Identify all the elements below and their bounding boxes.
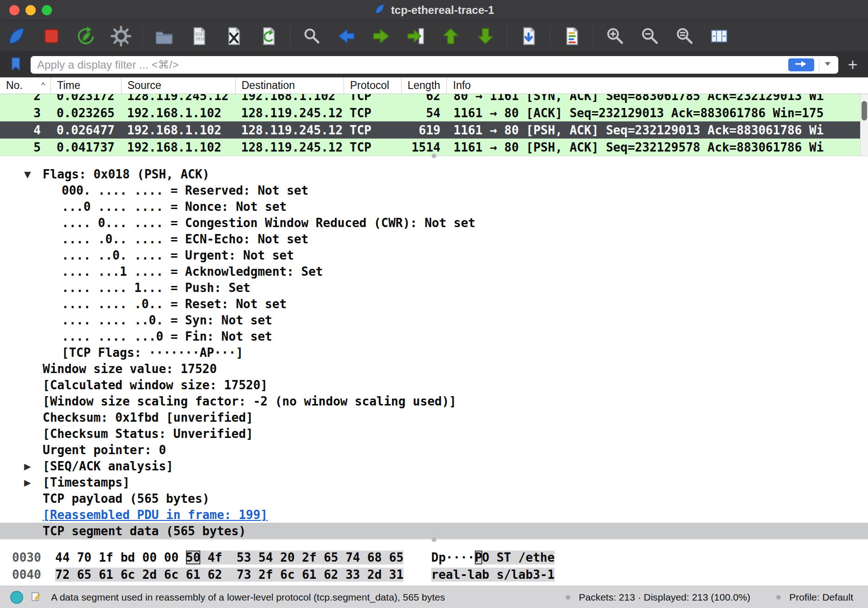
packet-list-scrollbar[interactable] [860,94,868,156]
detail-line[interactable]: .... .0.. .... = ECN-Echo: Not set [0,231,868,247]
go-forward-button[interactable] [366,23,396,50]
column-label: Source [128,79,161,92]
toolbar-separator [507,26,507,46]
cell-time: 0.026477 [51,123,121,137]
zoom-original-button[interactable] [670,23,699,50]
detail-line[interactable]: .... .... ..0. = Syn: Not set [0,312,868,328]
cell-length: 54 [402,106,447,120]
filter-placeholder: Apply a display filter ... <⌘/> [37,58,788,71]
packet-details-pane: ▼Flags: 0x018 (PSH, ACK)000. .... .... =… [0,164,868,539]
flags-tree-item[interactable]: ▼Flags: 0x018 (PSH, ACK) [0,166,868,182]
detail-text: .... .0.. .... = ECN-Echo: Not set [62,232,308,246]
column-header-source[interactable]: Source [121,77,236,94]
filter-bar: Apply a display filter ... <⌘/> + [0,52,868,77]
detail-line[interactable]: ...0 .... .... = Nonce: Not set [0,198,868,215]
find-packet-button[interactable] [297,23,326,50]
detail-line[interactable]: 000. .... .... = Reserved: Not set [0,182,868,198]
go-to-top-icon [440,25,461,47]
open-file-button[interactable] [149,23,179,50]
reload-file-button[interactable] [254,23,283,50]
svg-text:0101: 0101 [195,32,205,37]
start-capture-button[interactable] [2,23,32,50]
packet-row-2[interactable]: 20.023172128.119.245.12192.168.1.102TCP6… [0,94,868,104]
maximize-window-button[interactable] [42,5,52,15]
colorize-packets-button[interactable] [557,23,587,50]
detail-line[interactable]: Checksum: 0x1fbd [unverified] [0,409,868,425]
cell-time: 0.041737 [51,140,121,154]
column-header-no[interactable]: No.^ [0,77,51,94]
detail-line[interactable]: Urgent pointer: 0 [0,442,868,458]
byte-anchor: 50 [186,551,200,564]
expander-closed-icon[interactable]: ▶ [24,477,43,488]
detail-line[interactable]: .... .... .0.. = Reset: Not set [0,296,868,312]
column-header-info[interactable]: Info [447,77,868,94]
profile-text[interactable]: Profile: Default [789,592,853,603]
detail-line[interactable]: [Checksum Status: Unverified] [0,425,868,442]
zoom-out-button[interactable] [635,23,664,50]
close-file-button[interactable] [219,23,249,50]
auto-scroll-button[interactable] [514,23,543,50]
resize-columns-button[interactable] [704,23,734,50]
go-to-packet-button[interactable] [401,23,431,50]
expander-closed-icon[interactable]: ▶ [24,461,43,471]
hex-offset: 0040 [12,568,45,582]
scrollbar-thumb[interactable] [862,101,867,120]
open-file-icon [153,25,175,47]
packet-bytes-pane[interactable]: 003044 70 1f bd 00 00 50 4f 53 54 20 2f … [0,546,868,586]
column-header-length[interactable]: Length [402,77,447,94]
reassembled-pdu-link[interactable]: [Reassembled PDU in frame: 199] [0,507,868,523]
hex-ascii: Dp····PO ST /ethe [431,551,555,564]
cell-length: 62 [402,94,447,103]
detail-text: [SEQ/ACK analysis] [43,459,173,473]
detail-line[interactable]: .... ...1 .... = Acknowledgment: Set [0,263,868,279]
detail-line[interactable]: .... ..0. .... = Urgent: Not set [0,247,868,263]
go-to-bottom-button[interactable] [471,23,500,50]
column-header-time[interactable]: Time [51,77,121,94]
detail-line[interactable]: [TCP Flags: ·······AP···] [0,344,868,361]
filter-history-dropdown[interactable] [819,58,836,72]
close-window-button[interactable] [9,5,19,15]
wireshark-window: tcp-ethereal-trace-1 01011010 Apply a di… [0,0,868,608]
go-to-top-button[interactable] [436,23,466,50]
expander-open-icon[interactable]: ▼ [24,169,43,179]
filter-bookmark-button[interactable] [6,56,25,74]
detail-line[interactable]: Window size value: 17520 [0,361,868,377]
capture-comment-button[interactable] [31,591,42,603]
pane-splitter-bottom[interactable] [0,539,868,546]
timestamps-tree-item[interactable]: ▶[Timestamps] [0,474,868,490]
column-header-destination[interactable]: Destination [236,77,344,94]
filter-add-button[interactable]: + [844,56,862,74]
go-forward-icon [370,25,392,47]
packet-row-5[interactable]: 50.041737192.168.1.102128.119.245.12TCP1… [0,139,868,156]
toolbar-separator [290,26,290,46]
detail-line[interactable]: TCP payload (565 bytes) [0,490,868,507]
detail-line[interactable]: .... 0... .... = Congestion Window Reduc… [0,215,868,231]
seq-ack-analysis-tree-item[interactable]: ▶[SEQ/ACK analysis] [0,458,868,474]
cell-time: 0.023172 [51,94,121,103]
go-back-button[interactable] [332,23,361,50]
display-filter-input[interactable]: Apply a display filter ... <⌘/> [31,56,838,74]
pane-splitter-top[interactable] [0,156,868,164]
cell-no: 5 [0,140,51,154]
detail-text: Urgent pointer: 0 [43,443,166,457]
stop-capture-button[interactable] [37,23,66,50]
capture-options-button[interactable] [106,23,136,50]
detail-line[interactable]: .... .... 1... = Push: Set [0,279,868,296]
packet-row-3[interactable]: 30.023265192.168.1.102128.119.245.12TCP5… [0,104,868,121]
zoom-in-button[interactable] [600,23,630,50]
filter-apply-button[interactable] [788,58,814,71]
detail-line[interactable]: .... .... ...0 = Fin: Not set [0,328,868,344]
column-header-protocol[interactable]: Protocol [344,77,402,94]
save-file-button[interactable]: 01011010 [184,23,214,50]
detail-line[interactable]: [Calculated window size: 17520] [0,377,868,393]
minimize-window-button[interactable] [26,5,36,15]
packet-row-4[interactable]: 40.026477192.168.1.102128.119.245.12TCP6… [0,121,868,139]
detail-line[interactable]: [Window size scaling factor: -2 (no wind… [0,393,868,409]
detail-text: [Timestamps] [43,475,130,489]
detail-text: [TCP Flags: ·······AP···] [62,346,243,360]
restart-capture-button[interactable] [71,23,101,50]
hex-row-0040[interactable]: 004072 65 61 6c 2d 6c 61 62 73 2f 6c 61 … [0,566,868,583]
expert-info-button[interactable] [10,591,23,604]
tcp-segment-data-item[interactable]: TCP segment data (565 bytes) [0,523,868,539]
hex-row-0030[interactable]: 003044 70 1f bd 00 00 50 4f 53 54 20 2f … [0,549,868,566]
